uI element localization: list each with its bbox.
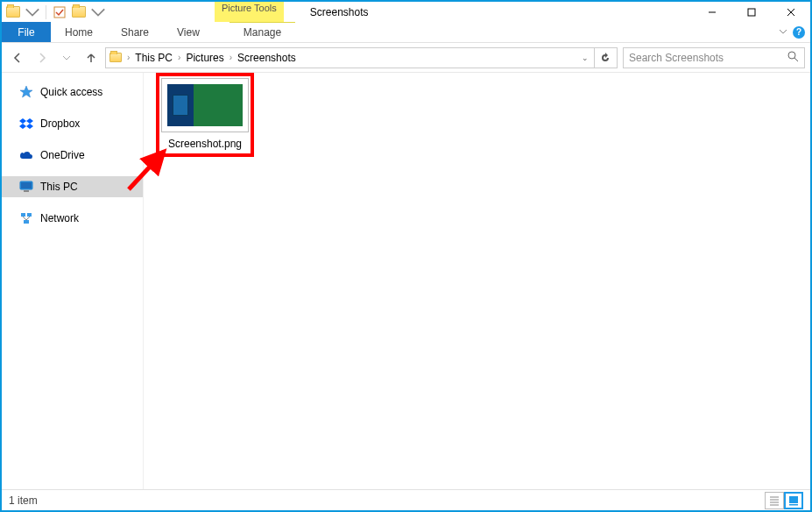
content-area: Quick access Dropbox OneDrive This PC Ne…	[2, 73, 810, 489]
recent-locations-icon[interactable]	[56, 47, 77, 68]
svg-rect-21	[789, 504, 798, 506]
svg-rect-8	[21, 182, 32, 188]
view-toggle-group	[765, 492, 803, 509]
chevron-right-icon[interactable]: ›	[228, 53, 234, 62]
svg-rect-20	[789, 496, 798, 503]
svg-rect-12	[24, 220, 29, 224]
navigation-pane: Quick access Dropbox OneDrive This PC Ne…	[2, 73, 144, 489]
address-bar[interactable]: › This PC › Pictures › Screenshots ⌄	[105, 47, 618, 68]
network-icon	[19, 211, 33, 225]
ribbon-tabs: File Home Share View Manage ?	[2, 22, 810, 43]
chevron-right-icon[interactable]: ›	[176, 53, 182, 62]
separator	[46, 5, 46, 19]
window-controls	[692, 2, 810, 22]
ribbon-expand-icon[interactable]	[779, 26, 787, 39]
new-folder-icon[interactable]	[71, 4, 87, 20]
svg-rect-2	[748, 9, 755, 16]
sidebar-item-label: Quick access	[40, 86, 102, 98]
svg-point-5	[788, 52, 795, 59]
svg-line-15	[129, 152, 164, 189]
maximize-button[interactable]	[731, 2, 771, 22]
file-list-area[interactable]: Screenshot.png	[144, 73, 810, 489]
svg-rect-9	[24, 190, 29, 192]
minimize-button[interactable]	[692, 2, 731, 22]
annotation-arrow-icon	[124, 141, 177, 194]
svg-line-6	[794, 58, 798, 61]
folder-icon[interactable]	[5, 4, 21, 20]
tab-share[interactable]: Share	[107, 22, 163, 42]
folder-icon	[108, 51, 124, 65]
contextual-tab-label: Picture Tools	[215, 2, 284, 22]
svg-rect-10	[21, 213, 25, 217]
window-title: Screenshots	[310, 6, 369, 18]
back-button[interactable]	[7, 47, 28, 68]
sidebar-item-network[interactable]: Network	[2, 208, 143, 229]
svg-line-13	[23, 217, 26, 220]
tab-manage[interactable]: Manage	[229, 22, 295, 42]
details-view-button[interactable]	[765, 492, 784, 509]
file-tab[interactable]: File	[2, 22, 51, 42]
search-box[interactable]	[623, 47, 805, 68]
search-input[interactable]	[629, 52, 787, 64]
svg-rect-11	[27, 213, 32, 217]
onedrive-icon	[19, 148, 33, 162]
status-bar: 1 item	[2, 489, 810, 510]
svg-line-14	[26, 217, 30, 220]
tab-home[interactable]: Home	[51, 22, 107, 42]
qat-dropdown-icon[interactable]	[25, 4, 40, 20]
breadcrumb-this-pc[interactable]: This PC	[131, 52, 176, 64]
help-icon[interactable]: ?	[793, 26, 805, 39]
thumbnails-view-button[interactable]	[784, 492, 803, 509]
chevron-right-icon[interactable]: ›	[125, 53, 131, 62]
close-button[interactable]	[771, 2, 810, 22]
sidebar-item-label: Dropbox	[40, 117, 80, 130]
monitor-icon	[19, 180, 33, 194]
sidebar-item-label: Network	[40, 212, 79, 224]
breadcrumb-pictures[interactable]: Pictures	[182, 52, 227, 64]
properties-icon[interactable]	[52, 4, 67, 20]
quick-access-toolbar	[2, 2, 109, 22]
sidebar-item-label: This PC	[40, 181, 78, 193]
sidebar-item-onedrive[interactable]: OneDrive	[2, 145, 143, 166]
sidebar-item-quick-access[interactable]: Quick access	[2, 82, 143, 103]
star-icon	[19, 85, 33, 99]
search-icon[interactable]	[787, 51, 799, 65]
breadcrumb-screenshots[interactable]: Screenshots	[234, 52, 300, 64]
item-count-label: 1 item	[9, 494, 38, 507]
qat-customize-icon[interactable]	[90, 4, 106, 20]
tab-view[interactable]: View	[163, 22, 214, 42]
up-button[interactable]	[81, 47, 102, 68]
sidebar-item-dropbox[interactable]: Dropbox	[2, 113, 143, 134]
forward-button[interactable]	[32, 47, 53, 68]
svg-rect-0	[54, 7, 65, 18]
address-dropdown-icon[interactable]: ⌄	[578, 53, 592, 62]
sidebar-item-this-pc[interactable]: This PC	[2, 176, 143, 197]
file-thumbnail	[161, 78, 249, 132]
refresh-button[interactable]	[594, 48, 615, 68]
navigation-bar: › This PC › Pictures › Screenshots ⌄	[2, 43, 810, 73]
sidebar-item-label: OneDrive	[40, 149, 85, 161]
title-bar: Picture Tools Screenshots	[2, 2, 810, 22]
dropbox-icon	[19, 117, 33, 131]
